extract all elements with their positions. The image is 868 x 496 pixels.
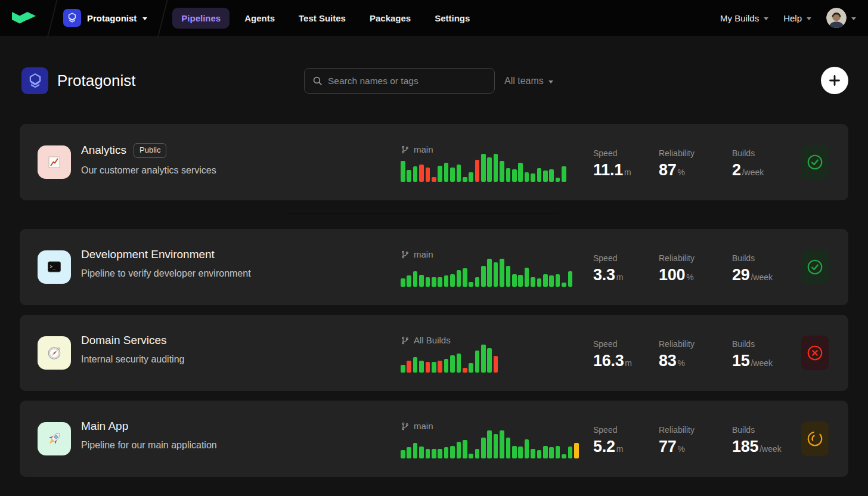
branch-filter[interactable]: main: [401, 249, 433, 259]
build-bar[interactable]: [457, 165, 461, 182]
build-bar[interactable]: [518, 163, 523, 182]
build-bar[interactable]: [432, 449, 436, 458]
status-badge[interactable]: [801, 336, 829, 370]
build-bar[interactable]: [475, 160, 480, 182]
build-bar[interactable]: [432, 177, 436, 182]
build-bar[interactable]: [463, 368, 467, 373]
build-bar[interactable]: [426, 362, 430, 373]
build-bar[interactable]: [500, 430, 504, 458]
build-bar[interactable]: [457, 354, 461, 373]
build-bar[interactable]: [419, 275, 424, 287]
build-bar[interactable]: [494, 262, 498, 287]
build-bar[interactable]: [438, 361, 442, 373]
build-bar[interactable]: [556, 274, 560, 287]
build-bar[interactable]: [531, 449, 535, 458]
build-bar[interactable]: [574, 443, 579, 458]
build-bar[interactable]: [481, 345, 486, 373]
build-bar[interactable]: [413, 357, 418, 373]
build-bar[interactable]: [407, 170, 411, 182]
build-bar[interactable]: [487, 157, 492, 182]
build-bar[interactable]: [469, 363, 473, 373]
pipeline-card[interactable]: Analytics Public Our customer analytics …: [20, 124, 848, 200]
nav-tab-settings[interactable]: Settings: [426, 8, 479, 29]
build-bar[interactable]: [407, 447, 411, 458]
build-bar[interactable]: [494, 356, 498, 373]
status-badge[interactable]: [801, 145, 829, 179]
build-bar[interactable]: [432, 277, 436, 287]
org-switcher[interactable]: Protagonist: [56, 9, 159, 27]
build-bar[interactable]: [432, 362, 436, 373]
build-bar[interactable]: [401, 161, 405, 182]
build-bar[interactable]: [450, 446, 455, 458]
status-badge[interactable]: [801, 421, 829, 456]
build-bar[interactable]: [556, 178, 560, 182]
build-bar[interactable]: [407, 275, 411, 287]
build-bar[interactable]: [475, 277, 480, 287]
build-bar[interactable]: [413, 271, 418, 287]
build-bar[interactable]: [407, 361, 411, 373]
build-bar[interactable]: [543, 446, 548, 458]
build-bar[interactable]: [525, 439, 529, 458]
pipeline-name[interactable]: Main App: [81, 420, 128, 433]
nav-tab-pipelines[interactable]: Pipelines: [172, 8, 230, 29]
build-bar[interactable]: [512, 446, 517, 458]
build-bar[interactable]: [494, 154, 498, 182]
branch-filter[interactable]: All Builds: [401, 335, 451, 345]
build-bar[interactable]: [438, 277, 442, 287]
build-bar[interactable]: [562, 454, 566, 458]
pipeline-card[interactable]: Domain Services Internal security auditi…: [20, 315, 848, 391]
build-bar[interactable]: [556, 446, 560, 458]
build-bar[interactable]: [481, 266, 486, 287]
build-bar[interactable]: [549, 275, 554, 287]
build-bar[interactable]: [518, 447, 523, 458]
build-bar[interactable]: [419, 361, 424, 373]
build-bar[interactable]: [444, 359, 449, 373]
build-bar[interactable]: [537, 278, 542, 287]
build-bar[interactable]: [562, 166, 566, 182]
build-bar[interactable]: [506, 266, 511, 287]
build-bar[interactable]: [419, 165, 424, 182]
build-bar[interactable]: [469, 282, 473, 287]
build-bar[interactable]: [401, 278, 405, 287]
build-bar[interactable]: [512, 274, 517, 287]
build-bar[interactable]: [463, 177, 467, 182]
build-bar[interactable]: [475, 449, 480, 458]
build-bar[interactable]: [487, 430, 492, 458]
build-bar[interactable]: [500, 161, 504, 182]
build-bar[interactable]: [401, 365, 405, 373]
build-bar[interactable]: [525, 268, 529, 287]
build-bar[interactable]: [457, 270, 461, 287]
build-bar[interactable]: [506, 438, 511, 458]
build-bar[interactable]: [469, 454, 473, 458]
nav-tab-test-suites[interactable]: Test Suites: [290, 8, 355, 29]
build-bar[interactable]: [531, 173, 535, 182]
build-bar[interactable]: [401, 450, 405, 458]
build-bar[interactable]: [543, 274, 548, 287]
nav-tab-packages[interactable]: Packages: [361, 8, 420, 29]
build-bar[interactable]: [537, 450, 542, 458]
build-bar[interactable]: [568, 271, 573, 287]
buildkite-logo[interactable]: [0, 0, 49, 36]
build-bar[interactable]: [562, 283, 566, 287]
build-bar[interactable]: [450, 168, 455, 182]
pipeline-card[interactable]: Main App Pipeline for our main applicati…: [20, 401, 848, 477]
new-pipeline-button[interactable]: [821, 67, 848, 94]
build-bar[interactable]: [537, 168, 542, 182]
build-bar[interactable]: [463, 440, 467, 458]
build-bar[interactable]: [426, 277, 430, 287]
pipeline-name[interactable]: Development Environment: [81, 248, 215, 261]
build-bar[interactable]: [487, 348, 492, 373]
build-bar[interactable]: [463, 268, 467, 287]
build-bar[interactable]: [512, 169, 517, 182]
build-bar[interactable]: [413, 443, 418, 458]
teams-filter[interactable]: All teams: [504, 67, 553, 95]
search-input[interactable]: [328, 76, 486, 86]
build-bar[interactable]: [549, 447, 554, 458]
build-bar[interactable]: [549, 169, 554, 182]
build-bar[interactable]: [450, 355, 455, 373]
pipeline-name[interactable]: Domain Services: [81, 334, 167, 347]
build-bar[interactable]: [525, 172, 529, 182]
search-box[interactable]: [304, 68, 495, 94]
build-bar[interactable]: [506, 168, 511, 182]
my-builds-menu[interactable]: My Builds: [720, 13, 768, 23]
